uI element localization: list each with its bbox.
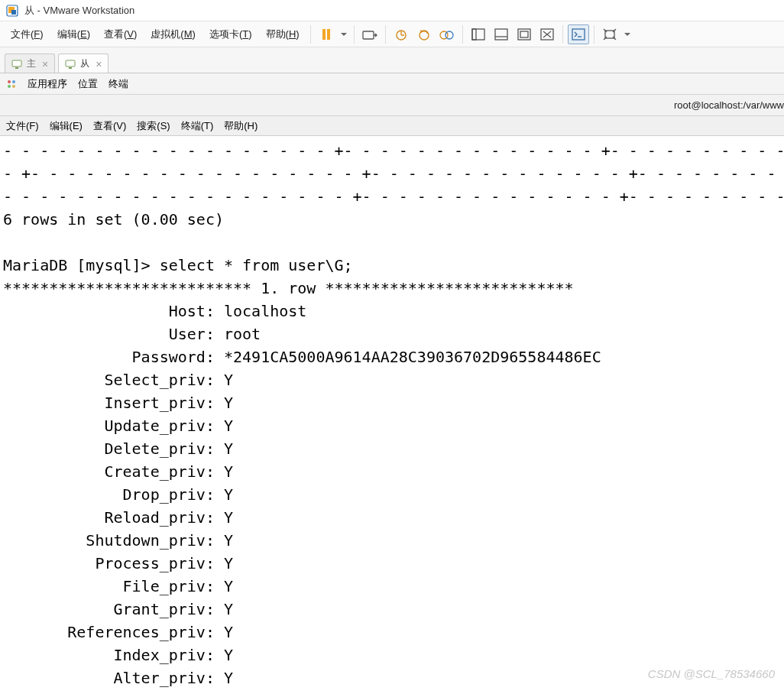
svg-point-27 — [12, 80, 15, 83]
snapshot-manage-button[interactable] — [436, 24, 458, 44]
terminal-output[interactable]: - - - - - - - - - - - - - - - - - - +- -… — [0, 136, 784, 692]
svg-point-28 — [8, 85, 11, 88]
menu-vm[interactable]: 虚拟机(M) — [144, 25, 202, 44]
view-fullscreen-button[interactable] — [536, 24, 558, 44]
svg-rect-5 — [363, 31, 374, 39]
svg-rect-2 — [11, 10, 16, 15]
menu-tabs[interactable]: 选项卡(T) — [203, 25, 258, 44]
svg-rect-4 — [327, 29, 330, 40]
console-view-button[interactable] — [568, 24, 589, 44]
monitor-icon — [65, 59, 76, 70]
pause-button[interactable] — [316, 24, 337, 44]
view-unity-button[interactable] — [513, 24, 535, 44]
svg-rect-19 — [572, 29, 585, 40]
toolbar-separator — [354, 25, 355, 44]
apps-icon — [6, 79, 17, 89]
guest-menu-places[interactable]: 位置 — [78, 77, 98, 91]
tab-label: 从 — [80, 57, 89, 70]
close-icon[interactable]: × — [96, 59, 102, 70]
snapshot-take-button[interactable] — [390, 24, 412, 44]
vmware-logo-icon — [6, 5, 18, 17]
vm-tabstrip: 主 × 从 × — [0, 47, 784, 73]
tmenu-file[interactable]: 文件(F) — [6, 119, 39, 133]
path-text: root@localhost:/var/www — [674, 99, 784, 111]
tmenu-search[interactable]: 搜索(S) — [137, 119, 170, 133]
svg-rect-10 — [472, 29, 484, 40]
svg-rect-3 — [322, 29, 326, 40]
tmenu-view[interactable]: 查看(V) — [93, 119, 126, 133]
snapshot-revert-button[interactable] — [413, 24, 435, 44]
guest-pathbar: root@localhost:/var/www — [0, 95, 784, 116]
toolbar-separator — [594, 25, 594, 44]
toolbar-separator — [385, 25, 386, 44]
svg-rect-22 — [12, 60, 21, 66]
svg-rect-12 — [495, 29, 507, 40]
svg-point-9 — [445, 31, 453, 39]
svg-rect-23 — [15, 67, 18, 69]
menu-edit[interactable]: 编辑(E) — [51, 25, 96, 44]
guest-menu-apps[interactable]: 应用程序 — [28, 77, 67, 91]
svg-point-26 — [8, 80, 11, 83]
view-single-button[interactable] — [468, 24, 489, 44]
tab-label: 主 — [27, 57, 36, 70]
tab-master[interactable]: 主 × — [5, 54, 55, 73]
stretch-dropdown[interactable] — [622, 33, 633, 36]
stretch-button[interactable] — [599, 24, 620, 44]
svg-rect-15 — [520, 31, 528, 37]
menu-help[interactable]: 帮助(H) — [260, 25, 306, 44]
toolbar-separator — [310, 25, 311, 44]
svg-rect-24 — [66, 60, 75, 66]
close-icon[interactable]: × — [42, 59, 48, 70]
monitor-icon — [11, 59, 22, 70]
menu-file[interactable]: 文件(F) — [5, 25, 50, 44]
guest-topbar: 应用程序 位置 终端 — [0, 73, 784, 95]
terminal-menubar: 文件(F) 编辑(E) 查看(V) 搜索(S) 终端(T) 帮助(H) — [0, 116, 784, 136]
tmenu-edit[interactable]: 编辑(E) — [50, 119, 83, 133]
toolbar-separator — [462, 25, 463, 44]
window-titlebar: 从 - VMware Workstation — [0, 0, 784, 21]
svg-rect-11 — [472, 29, 476, 40]
tmenu-terminal[interactable]: 终端(T) — [181, 119, 214, 133]
tmenu-help[interactable]: 帮助(H) — [224, 119, 258, 133]
send-keys-button[interactable] — [359, 24, 381, 44]
toolbar-separator — [562, 25, 563, 44]
chevron-down-icon — [341, 33, 347, 36]
main-menubar: 文件(F) 编辑(E) 查看(V) 虚拟机(M) 选项卡(T) 帮助(H) — [0, 21, 784, 47]
view-split-button[interactable] — [491, 24, 512, 44]
chevron-down-icon — [624, 33, 630, 36]
tab-slave[interactable]: 从 × — [58, 54, 109, 73]
pause-dropdown[interactable] — [339, 33, 349, 36]
svg-rect-25 — [69, 67, 72, 69]
guest-menu-terminal[interactable]: 终端 — [109, 77, 128, 91]
svg-point-29 — [12, 85, 15, 88]
window-title: 从 - VMware Workstation — [24, 4, 134, 18]
menu-view[interactable]: 查看(V) — [98, 25, 143, 44]
